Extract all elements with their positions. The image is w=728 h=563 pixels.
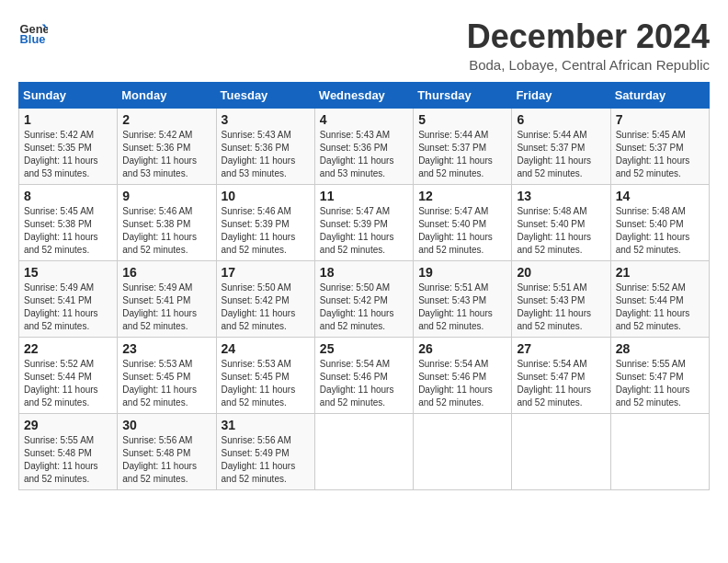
- day-number: 23: [122, 341, 210, 356]
- day-header-saturday: Saturday: [610, 82, 709, 108]
- calendar-cell: 27 Sunrise: 5:54 AM Sunset: 5:47 PM Dayl…: [512, 337, 610, 413]
- day-info: Sunrise: 5:52 AM Sunset: 5:44 PM Dayligh…: [24, 358, 112, 409]
- calendar-title: December 2024: [467, 18, 710, 55]
- calendar-subtitle: Boda, Lobaye, Central African Republic: [467, 57, 710, 73]
- calendar-cell: 29 Sunrise: 5:55 AM Sunset: 5:48 PM Dayl…: [19, 413, 118, 489]
- calendar-cell: 11 Sunrise: 5:47 AM Sunset: 5:39 PM Dayl…: [314, 184, 413, 260]
- calendar-table: SundayMondayTuesdayWednesdayThursdayFrid…: [18, 82, 710, 490]
- calendar-week-row: 29 Sunrise: 5:55 AM Sunset: 5:48 PM Dayl…: [19, 413, 710, 489]
- calendar-cell: [314, 413, 413, 489]
- day-info: Sunrise: 5:46 AM Sunset: 5:38 PM Dayligh…: [122, 205, 210, 257]
- day-info: Sunrise: 5:51 AM Sunset: 5:43 PM Dayligh…: [517, 282, 605, 333]
- day-number: 16: [122, 265, 210, 280]
- day-info: Sunrise: 5:48 AM Sunset: 5:40 PM Dayligh…: [517, 205, 605, 257]
- day-number: 21: [616, 265, 704, 280]
- calendar-cell: 25 Sunrise: 5:54 AM Sunset: 5:46 PM Dayl…: [314, 337, 413, 413]
- day-info: Sunrise: 5:50 AM Sunset: 5:42 PM Dayligh…: [320, 282, 408, 333]
- calendar-cell: 15 Sunrise: 5:49 AM Sunset: 5:41 PM Dayl…: [19, 260, 118, 337]
- day-number: 31: [222, 418, 310, 432]
- day-info: Sunrise: 5:43 AM Sunset: 5:36 PM Dayligh…: [222, 129, 310, 180]
- day-number: 2: [122, 112, 210, 127]
- calendar-week-row: 15 Sunrise: 5:49 AM Sunset: 5:41 PM Dayl…: [19, 260, 710, 337]
- calendar-week-row: 8 Sunrise: 5:45 AM Sunset: 5:38 PM Dayli…: [19, 184, 710, 260]
- day-number: 27: [517, 341, 605, 356]
- day-number: 18: [320, 265, 408, 280]
- day-info: Sunrise: 5:56 AM Sunset: 5:48 PM Dayligh…: [122, 434, 210, 486]
- day-info: Sunrise: 5:54 AM Sunset: 5:46 PM Dayligh…: [320, 358, 408, 409]
- calendar-cell: 9 Sunrise: 5:46 AM Sunset: 5:38 PM Dayli…: [118, 184, 216, 260]
- day-info: Sunrise: 5:51 AM Sunset: 5:43 PM Dayligh…: [418, 282, 506, 333]
- calendar-cell: 4 Sunrise: 5:43 AM Sunset: 5:36 PM Dayli…: [314, 108, 413, 184]
- day-number: 22: [24, 341, 112, 356]
- calendar-cell: 28 Sunrise: 5:55 AM Sunset: 5:47 PM Dayl…: [610, 337, 709, 413]
- svg-text:Blue: Blue: [20, 32, 46, 46]
- calendar-cell: 19 Sunrise: 5:51 AM Sunset: 5:43 PM Dayl…: [414, 260, 512, 337]
- day-number: 3: [222, 112, 310, 127]
- day-info: Sunrise: 5:46 AM Sunset: 5:39 PM Dayligh…: [222, 205, 310, 257]
- day-number: 25: [320, 341, 408, 356]
- day-info: Sunrise: 5:44 AM Sunset: 5:37 PM Dayligh…: [418, 129, 506, 180]
- calendar-cell: 3 Sunrise: 5:43 AM Sunset: 5:36 PM Dayli…: [216, 108, 314, 184]
- day-header-tuesday: Tuesday: [216, 82, 314, 108]
- header-row: SundayMondayTuesdayWednesdayThursdayFrid…: [19, 82, 710, 108]
- calendar-cell: 23 Sunrise: 5:53 AM Sunset: 5:45 PM Dayl…: [118, 337, 216, 413]
- day-number: 14: [616, 189, 704, 203]
- day-number: 15: [24, 265, 112, 280]
- title-section: December 2024 Boda, Lobaye, Central Afri…: [467, 18, 710, 73]
- day-number: 28: [616, 341, 704, 356]
- calendar-cell: 21 Sunrise: 5:52 AM Sunset: 5:44 PM Dayl…: [610, 260, 709, 337]
- day-number: 30: [122, 418, 210, 432]
- day-info: Sunrise: 5:50 AM Sunset: 5:42 PM Dayligh…: [222, 282, 310, 333]
- day-info: Sunrise: 5:44 AM Sunset: 5:37 PM Dayligh…: [517, 129, 605, 180]
- calendar-cell: 20 Sunrise: 5:51 AM Sunset: 5:43 PM Dayl…: [512, 260, 610, 337]
- day-header-wednesday: Wednesday: [314, 82, 413, 108]
- day-number: 9: [122, 189, 210, 203]
- calendar-cell: 14 Sunrise: 5:48 AM Sunset: 5:40 PM Dayl…: [610, 184, 709, 260]
- calendar-week-row: 22 Sunrise: 5:52 AM Sunset: 5:44 PM Dayl…: [19, 337, 710, 413]
- day-info: Sunrise: 5:53 AM Sunset: 5:45 PM Dayligh…: [122, 358, 210, 409]
- calendar-cell: 2 Sunrise: 5:42 AM Sunset: 5:36 PM Dayli…: [118, 108, 216, 184]
- day-info: Sunrise: 5:55 AM Sunset: 5:48 PM Dayligh…: [24, 434, 112, 486]
- day-number: 6: [517, 112, 605, 127]
- day-info: Sunrise: 5:47 AM Sunset: 5:40 PM Dayligh…: [418, 205, 506, 257]
- day-info: Sunrise: 5:56 AM Sunset: 5:49 PM Dayligh…: [222, 434, 310, 486]
- logo: General Blue: [18, 18, 48, 48]
- calendar-cell: 30 Sunrise: 5:56 AM Sunset: 5:48 PM Dayl…: [118, 413, 216, 489]
- day-header-monday: Monday: [118, 82, 216, 108]
- day-number: 13: [517, 189, 605, 203]
- calendar-cell: 7 Sunrise: 5:45 AM Sunset: 5:37 PM Dayli…: [610, 108, 709, 184]
- day-number: 7: [616, 112, 704, 127]
- day-number: 8: [24, 189, 112, 203]
- calendar-cell: 24 Sunrise: 5:53 AM Sunset: 5:45 PM Dayl…: [216, 337, 314, 413]
- day-info: Sunrise: 5:45 AM Sunset: 5:38 PM Dayligh…: [24, 205, 112, 257]
- day-number: 4: [320, 112, 408, 127]
- day-number: 17: [222, 265, 310, 280]
- day-info: Sunrise: 5:43 AM Sunset: 5:36 PM Dayligh…: [320, 129, 408, 180]
- calendar-cell: 18 Sunrise: 5:50 AM Sunset: 5:42 PM Dayl…: [314, 260, 413, 337]
- day-info: Sunrise: 5:55 AM Sunset: 5:47 PM Dayligh…: [616, 358, 704, 409]
- day-number: 1: [24, 112, 112, 127]
- calendar-cell: 5 Sunrise: 5:44 AM Sunset: 5:37 PM Dayli…: [414, 108, 512, 184]
- calendar-cell: 8 Sunrise: 5:45 AM Sunset: 5:38 PM Dayli…: [19, 184, 118, 260]
- calendar-cell: 12 Sunrise: 5:47 AM Sunset: 5:40 PM Dayl…: [414, 184, 512, 260]
- calendar-cell: 16 Sunrise: 5:49 AM Sunset: 5:41 PM Dayl…: [118, 260, 216, 337]
- calendar-cell: [414, 413, 512, 489]
- logo-icon: General Blue: [18, 18, 48, 48]
- calendar-cell: 31 Sunrise: 5:56 AM Sunset: 5:49 PM Dayl…: [216, 413, 314, 489]
- calendar-cell: 6 Sunrise: 5:44 AM Sunset: 5:37 PM Dayli…: [512, 108, 610, 184]
- day-info: Sunrise: 5:42 AM Sunset: 5:36 PM Dayligh…: [122, 129, 210, 180]
- calendar-cell: 10 Sunrise: 5:46 AM Sunset: 5:39 PM Dayl…: [216, 184, 314, 260]
- day-number: 20: [517, 265, 605, 280]
- day-number: 10: [222, 189, 310, 203]
- calendar-cell: 17 Sunrise: 5:50 AM Sunset: 5:42 PM Dayl…: [216, 260, 314, 337]
- day-number: 5: [418, 112, 506, 127]
- day-info: Sunrise: 5:49 AM Sunset: 5:41 PM Dayligh…: [24, 282, 112, 333]
- day-info: Sunrise: 5:52 AM Sunset: 5:44 PM Dayligh…: [616, 282, 704, 333]
- day-info: Sunrise: 5:53 AM Sunset: 5:45 PM Dayligh…: [222, 358, 310, 409]
- day-header-thursday: Thursday: [414, 82, 512, 108]
- day-number: 29: [24, 418, 112, 432]
- calendar-cell: [512, 413, 610, 489]
- day-info: Sunrise: 5:42 AM Sunset: 5:35 PM Dayligh…: [24, 129, 112, 180]
- page-header: General Blue December 2024 Boda, Lobaye,…: [18, 18, 710, 73]
- calendar-cell: 22 Sunrise: 5:52 AM Sunset: 5:44 PM Dayl…: [19, 337, 118, 413]
